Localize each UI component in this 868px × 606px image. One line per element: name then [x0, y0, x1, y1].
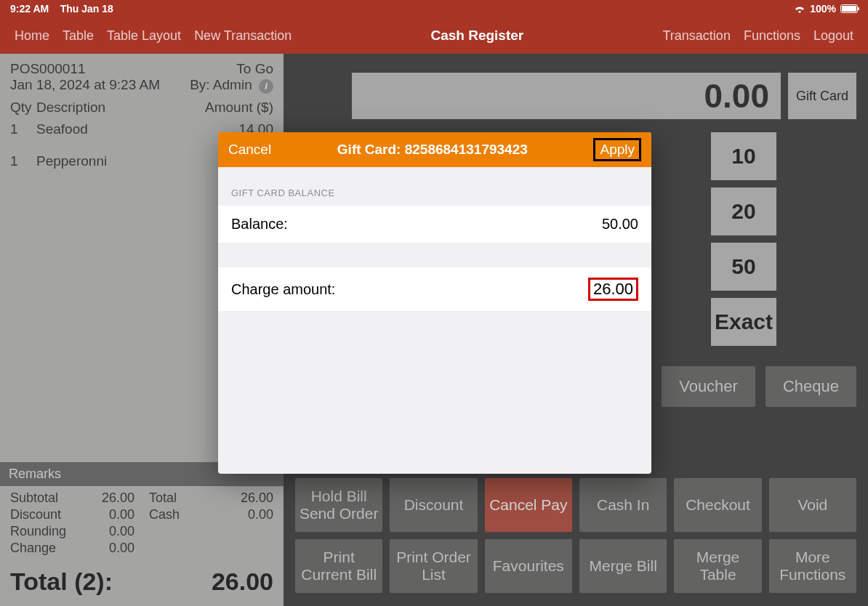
nav-functions[interactable]: Functions [744, 28, 800, 44]
quick-exact[interactable]: Exact [711, 298, 776, 346]
receipt-id: POS000011 [10, 61, 86, 77]
fn-void[interactable]: Void [769, 478, 856, 532]
cheque-button[interactable]: Cheque [765, 366, 856, 407]
nav-title: Cash Register [292, 28, 662, 44]
battery-icon [840, 4, 858, 13]
grand-label: Total (2): [10, 567, 113, 596]
change-label: Change [10, 541, 102, 556]
change-value: 0.00 [102, 541, 134, 556]
balance-label: Balance: [231, 216, 288, 233]
modal-apply[interactable]: Apply [593, 138, 641, 161]
wifi-icon [794, 4, 805, 13]
function-grid: Hold Bill Send Order Discount Cancel Pay… [291, 472, 861, 599]
receipt-datetime: Jan 18, 2024 at 9:23 AM [10, 77, 160, 93]
gift-card-modal: Cancel Gift Card: 8258684131793423 Apply… [218, 132, 651, 474]
fn-cancel-pay[interactable]: Cancel Pay [485, 478, 572, 532]
total-value: 26.00 [241, 490, 273, 506]
fn-more[interactable]: More Functions [769, 539, 856, 593]
balance-value: 50.00 [602, 216, 638, 233]
rounding-label: Rounding [10, 524, 102, 539]
col-desc: Description [36, 100, 205, 116]
fn-hold-send[interactable]: Hold Bill Send Order [295, 478, 382, 532]
fn-print-list[interactable]: Print Order List [390, 539, 477, 593]
amount-display: 0.00 [352, 73, 781, 119]
item-qty: 1 [10, 121, 36, 137]
modal-section-label: GIFT CARD BALANCE [218, 167, 651, 206]
nav-new-transaction[interactable]: New Transaction [194, 28, 292, 44]
rounding-value: 0.00 [102, 524, 134, 539]
quick-50[interactable]: 50 [711, 243, 776, 291]
grand-total: Total (2): 26.00 [0, 560, 284, 606]
gift-card-button[interactable]: Gift Card [788, 73, 856, 119]
discount-value: 0.00 [102, 507, 134, 522]
cash-label: Cash [149, 507, 241, 522]
grand-value: 26.00 [212, 567, 273, 596]
quick-20[interactable]: 20 [711, 187, 776, 235]
fn-checkout[interactable]: Checkout [674, 478, 761, 532]
item-qty: 1 [10, 153, 36, 169]
nav-logout[interactable]: Logout [813, 28, 853, 44]
nav-table[interactable]: Table [63, 28, 94, 44]
fn-merge-bill[interactable]: Merge Bill [579, 539, 667, 593]
nav-table-layout[interactable]: Table Layout [107, 28, 181, 44]
status-date: Thu Jan 18 [60, 3, 113, 15]
fn-merge-table[interactable]: Merge Table [674, 539, 761, 593]
quick-10[interactable]: 10 [711, 132, 776, 180]
status-time: 9:22 AM [10, 3, 49, 15]
battery-percent: 100% [810, 3, 836, 15]
subtotal-label: Subtotal [10, 490, 102, 506]
total-label: Total [149, 490, 241, 506]
col-qty: Qty [10, 100, 36, 116]
discount-label: Discount [10, 507, 102, 522]
nav-transaction[interactable]: Transaction [663, 28, 731, 44]
nav-bar: Home Table Table Layout New Transaction … [0, 17, 868, 54]
balance-row: Balance: 50.00 [218, 206, 651, 243]
fn-favourites[interactable]: Favourites [485, 539, 572, 593]
voucher-button[interactable]: Voucher [662, 366, 755, 407]
info-icon[interactable]: i [259, 79, 273, 94]
fn-discount[interactable]: Discount [390, 478, 477, 532]
charge-value[interactable]: 26.00 [588, 278, 638, 301]
fn-print-current[interactable]: Print Current Bill [295, 539, 382, 593]
totals: Subtotal 26.00 Total 26.00 Discount 0.00… [0, 486, 284, 560]
receipt-type: To Go [236, 61, 273, 77]
col-amt: Amount ($) [205, 100, 273, 116]
item-name: Seafood [36, 121, 238, 137]
charge-label: Charge amount: [231, 281, 335, 298]
subtotal-value: 26.00 [102, 490, 134, 506]
charge-row[interactable]: Charge amount: 26.00 [218, 267, 651, 311]
modal-title: Gift Card: 8258684131793423 [271, 142, 593, 158]
fn-cash-in[interactable]: Cash In [579, 478, 667, 532]
status-bar: 9:22 AM Thu Jan 18 100% [0, 0, 868, 17]
nav-home[interactable]: Home [15, 28, 49, 44]
receipt-by: By: Admin [190, 77, 252, 92]
cash-value: 0.00 [241, 507, 273, 522]
modal-cancel[interactable]: Cancel [228, 142, 271, 158]
